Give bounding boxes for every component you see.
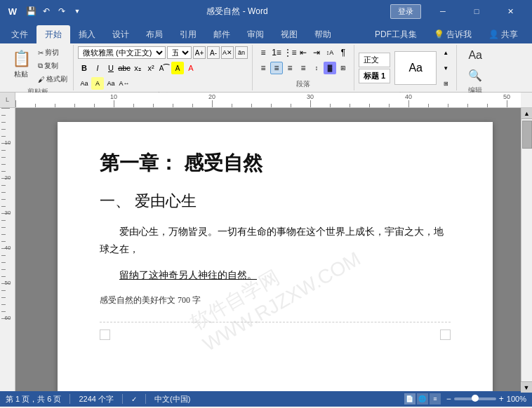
shading-button[interactable]: ▓ (324, 62, 336, 74)
styles-expand[interactable]: ⊞ (439, 77, 452, 90)
copy-button[interactable]: ⧉复制 (36, 60, 69, 72)
small-text[interactable]: 感受自然的美好作文 700 字 (100, 293, 451, 308)
font-name-select[interactable]: 微软雅黑 (中文正文) (78, 46, 166, 59)
restore-button[interactable]: □ (460, 0, 493, 22)
tab-help[interactable]: 帮助 (306, 25, 340, 43)
font-bg-button[interactable]: A (91, 77, 104, 90)
minimize-button[interactable]: ─ (427, 0, 459, 22)
grow-font-button[interactable]: A+ (193, 46, 206, 59)
customize-quick-btn[interactable]: ▼ (70, 4, 84, 18)
login-button[interactable]: 登录 (390, 4, 421, 19)
italic-button[interactable]: I (91, 62, 104, 74)
zoom-in-button[interactable]: + (499, 394, 504, 404)
shrink-font-button[interactable]: A- (207, 46, 220, 59)
subscript-button[interactable]: x₂ (131, 62, 144, 74)
zoom-slider[interactable] (454, 397, 496, 400)
font-aa2-button[interactable]: Aa (105, 77, 117, 90)
cut-button[interactable]: ✂剪切 (36, 46, 69, 59)
styles-button[interactable]: Aa (461, 46, 489, 64)
highlight-button[interactable]: A (171, 62, 184, 74)
tab-insert[interactable]: 插入 (70, 25, 104, 43)
justify-button[interactable]: ≡ (297, 62, 310, 74)
bold-button[interactable]: B (78, 62, 91, 74)
copy-icon: ⧉ (38, 62, 43, 70)
zoom-thumb[interactable] (472, 395, 479, 402)
document-scroll-area[interactable]: 软件自学网WWW.RJZXW.COM 第一章： 感受自然 一、 爱由心生 爱由心… (15, 108, 521, 391)
align-center-button[interactable]: ≡ (270, 62, 283, 74)
tab-layout[interactable]: 布局 (138, 25, 171, 43)
sort-button[interactable]: ↕A (324, 46, 336, 59)
editing-button[interactable]: 🔍 (461, 66, 489, 84)
ribbon-tabs: 文件 开始 插入 设计 布局 引用 邮件 审阅 视图 帮助 PDF工具集 💡 告… (0, 22, 532, 43)
zoom-level[interactable]: 100% (507, 395, 526, 403)
scroll-thumb[interactable] (522, 121, 532, 149)
char-spacing-button[interactable]: A↔ (118, 77, 131, 90)
tab-mailing[interactable]: 邮件 (205, 25, 239, 43)
align-right-button[interactable]: ≡ (284, 62, 296, 74)
clear-format-button[interactable]: A✕ (221, 46, 234, 59)
scroll-up-button[interactable]: ▲ (521, 108, 533, 119)
numbering-button[interactable]: 1≡ (270, 46, 283, 59)
increase-indent-button[interactable]: ⇥ (310, 46, 323, 59)
align-left-button[interactable]: ≡ (257, 62, 270, 74)
multilevel-list-button[interactable]: ⋮≡ (284, 46, 296, 59)
page-info[interactable]: 第 1 页，共 6 页 (6, 394, 61, 404)
text-effect-button[interactable]: A⁀ (158, 62, 171, 74)
styles-scroll-down[interactable]: ▼ (439, 62, 452, 74)
page-break (100, 322, 451, 340)
format-painter-button[interactable]: 🖌格式刷 (36, 73, 69, 86)
styles-normal[interactable]: 正文 (359, 53, 390, 67)
tab-review[interactable]: 审阅 (239, 25, 272, 43)
borders-button[interactable]: ⊞ (337, 62, 350, 74)
clipboard-group: 📋 粘贴 ✂剪切 ⧉复制 🖌格式刷 剪贴板 (3, 45, 74, 90)
underline-button[interactable]: U (105, 62, 117, 74)
styles-heading1[interactable]: 标题 1 (359, 69, 390, 83)
print-view-btn[interactable]: 📄 (404, 393, 415, 404)
outline-view-btn[interactable]: ≡ (430, 393, 441, 404)
superscript-button[interactable]: x² (145, 62, 157, 74)
ruler-corner[interactable]: L (0, 93, 15, 108)
page-corner-right (440, 329, 451, 340)
font-size-select[interactable]: 五号 (167, 46, 192, 59)
tab-references[interactable]: 引用 (171, 25, 205, 43)
paragraph-2[interactable]: 留纳了这神奇另人神往的自然。 (100, 266, 451, 284)
scroll-down-button[interactable]: ▼ (521, 381, 532, 391)
styles-panel-button[interactable]: Aa (394, 51, 437, 85)
section-title: 一、 爱由心生 (100, 191, 451, 212)
tab-file[interactable]: 文件 (3, 25, 36, 43)
tab-view[interactable]: 视图 (272, 25, 306, 43)
zoom-out-button[interactable]: − (446, 394, 451, 404)
font-aa-button[interactable]: Aa (78, 77, 91, 90)
paste-icon: 📋 (12, 50, 31, 68)
window-title: 感受自然 - Word (84, 6, 390, 18)
decrease-indent-button[interactable]: ⇤ (297, 46, 310, 59)
bullets-button[interactable]: ≡ (257, 46, 270, 59)
word-count[interactable]: 2244 个字 (79, 394, 114, 404)
phonetic-button[interactable]: ān (235, 46, 248, 59)
close-button[interactable]: ✕ (494, 0, 526, 22)
document-container: 软件自学网WWW.RJZXW.COM 第一章： 感受自然 一、 爱由心生 爱由心… (15, 108, 521, 391)
paragraph-group-label: 段落 (257, 79, 350, 89)
strikethrough-button[interactable]: abc (118, 62, 131, 74)
language-text: 中文(中国) (154, 394, 190, 404)
language[interactable]: 中文(中国) (154, 394, 190, 404)
line-spacing-button[interactable]: ↕ (310, 62, 323, 74)
paste-button[interactable]: 📋 粘贴 (7, 46, 35, 83)
styles-big-icon: Aa (468, 49, 482, 62)
styles-scroll-up[interactable]: ▲ (439, 46, 452, 59)
undo-quick-btn[interactable]: ↶ (39, 4, 53, 18)
tab-design[interactable]: 设计 (104, 25, 138, 43)
status-sep-2 (122, 394, 123, 404)
paragraph-1[interactable]: 爱由心生，万物皆灵。一切有生命的事物在这个世界上成长，宇宙之大，地球之在， (100, 223, 451, 258)
tab-tell-me[interactable]: 💡 告诉我 (425, 25, 480, 43)
redo-quick-btn[interactable]: ↷ (55, 4, 69, 18)
tab-pdf-tools[interactable]: PDF工具集 (366, 25, 425, 43)
tab-home[interactable]: 开始 (36, 25, 70, 43)
tab-share[interactable]: 👤 共享 (480, 25, 526, 43)
styles-icon: Aa (408, 62, 423, 74)
save-quick-btn[interactable]: 💾 (24, 4, 38, 18)
vertical-scrollbar[interactable]: ▲ ▼ (521, 108, 532, 391)
font-color-button[interactable]: A (185, 62, 197, 74)
show-marks-button[interactable]: ¶ (337, 46, 350, 59)
web-view-btn[interactable]: 🌐 (417, 393, 428, 404)
